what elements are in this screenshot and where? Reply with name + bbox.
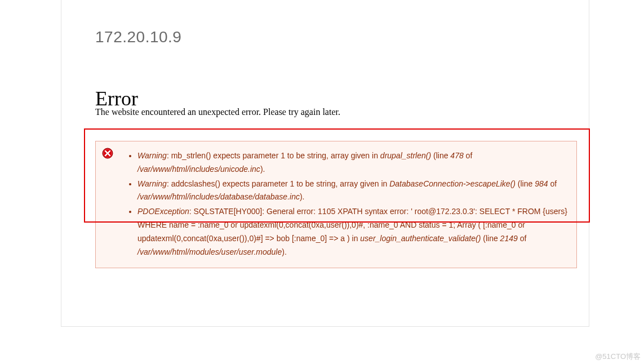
line-number: 984 xyxy=(535,179,548,188)
line-number: 478 xyxy=(450,151,463,160)
msg-text: ). xyxy=(300,192,305,201)
error-message-item: Warning: addcslashes() expects parameter… xyxy=(137,177,567,205)
watermark-text: @51CTO博客 xyxy=(595,352,641,362)
msg-text: : mb_strlen() expects parameter 1 to be … xyxy=(167,151,380,160)
warning-label: Warning xyxy=(137,151,167,160)
msg-text: ). xyxy=(260,165,265,174)
function-name: DatabaseConnection->escapeLike() xyxy=(389,179,516,188)
msg-text: ). xyxy=(282,247,287,256)
function-name: user_login_authenticate_validate() xyxy=(360,234,481,243)
msg-text: (line xyxy=(431,151,450,160)
warning-label: Warning xyxy=(137,179,167,188)
error-message-item: PDOException: SQLSTATE[HY000]: General e… xyxy=(137,205,567,259)
file-path: /var/www/html/includes/unicode.inc xyxy=(137,165,260,174)
msg-text: of xyxy=(464,151,473,160)
function-name: drupal_strlen() xyxy=(380,151,431,160)
error-icon xyxy=(102,148,113,159)
msg-text: : addcslashes() expects parameter 1 to b… xyxy=(167,179,389,188)
error-messages-box: Warning: mb_strlen() expects parameter 1… xyxy=(95,141,577,268)
error-description: The website encountered an unexpected er… xyxy=(95,107,340,117)
ip-address-header: 172.20.10.9 xyxy=(95,28,181,46)
msg-text: of xyxy=(548,179,557,188)
msg-text: (line xyxy=(516,179,535,188)
file-path: /var/www/html/includes/database/database… xyxy=(137,192,300,201)
exception-label: PDOException xyxy=(137,207,189,216)
line-number: 2149 xyxy=(500,234,518,243)
msg-text: (line xyxy=(481,234,500,243)
file-path: /var/www/html/modules/user/user.module xyxy=(137,247,282,256)
error-message-item: Warning: mb_strlen() expects parameter 1… xyxy=(137,149,567,176)
msg-text: of xyxy=(518,234,527,243)
page-container: 172.20.10.9 Error The website encountere… xyxy=(61,0,589,327)
